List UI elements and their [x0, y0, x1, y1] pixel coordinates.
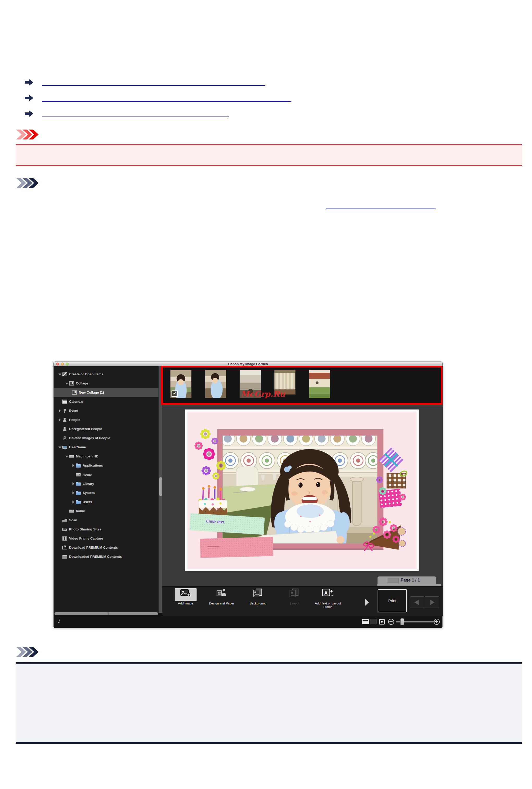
sidebar-item-calendar[interactable]: Calendar	[54, 397, 158, 406]
toolbar-label: Layout	[280, 602, 309, 605]
flower-decoration	[216, 461, 226, 470]
folder-icon	[76, 464, 81, 468]
sidebar-item-video-frame-capture[interactable]: Video Frame Capture	[54, 534, 158, 543]
chevron-right-icon[interactable]	[58, 418, 61, 422]
link-arrow-icon	[25, 95, 33, 101]
zoom-in-icon[interactable]	[434, 619, 440, 625]
note-inline-link[interactable]	[326, 209, 436, 209]
sidebar-item-home-2[interactable]: home	[54, 506, 158, 516]
info-icon[interactable]: i	[58, 618, 59, 624]
page-indicator-tab[interactable]: Page 1 / 1	[377, 576, 436, 584]
status-bar: i	[54, 616, 442, 628]
box-icon	[62, 555, 67, 559]
computer-icon	[62, 446, 67, 449]
sidebar-item-downloaded-premium[interactable]: Downloaded PREMIUM Contents	[54, 552, 158, 561]
layout-button[interactable]: Layout	[280, 588, 309, 605]
chevron-down-icon[interactable]	[58, 373, 61, 376]
layout-icon	[286, 588, 303, 601]
sidebar-horizontal-scrollbar[interactable]	[55, 612, 158, 615]
important-box	[16, 144, 522, 166]
download-icon	[62, 546, 67, 550]
design-paper-icon	[213, 588, 230, 601]
add-image-button[interactable]: Add Image	[171, 588, 200, 605]
collage-icon	[72, 390, 77, 394]
sidebar-item-users[interactable]: Users	[54, 497, 158, 506]
chevron-right-icon[interactable]	[72, 464, 75, 467]
flower-decoration	[399, 494, 406, 500]
text-strip[interactable]	[200, 537, 273, 558]
sidebar-item-people[interactable]: People	[54, 415, 158, 424]
folder-icon	[76, 501, 81, 504]
sidebar-item-photo-sharing[interactable]: Photo Sharing Sites	[54, 525, 158, 534]
edit-canvas: Enter text.	[163, 405, 443, 586]
cake-decoration	[197, 484, 228, 516]
chevron-down-icon[interactable]	[65, 382, 68, 385]
toolbar: Add Image Design and Paper Background La…	[163, 586, 443, 616]
chevron-right-icon[interactable]	[72, 500, 75, 504]
add-image-icon	[175, 588, 196, 601]
sidebar-item-library[interactable]: Library	[54, 479, 158, 488]
person-icon	[62, 427, 67, 431]
collage-background: Enter text.	[187, 411, 417, 569]
drive-icon	[69, 455, 74, 458]
calendar-icon	[62, 400, 67, 404]
sidebar-item-unregistered-people[interactable]: Unregistered People	[54, 424, 158, 434]
print-button[interactable]: Print	[378, 589, 407, 612]
page-indicator: Page 1 / 1	[401, 578, 420, 582]
window-title: Canon My Image Garden	[54, 362, 442, 366]
sidebar-item-new-collage[interactable]: New Collage (1)	[54, 388, 158, 397]
toolbar-label: Background	[244, 602, 272, 605]
sidebar-item-username[interactable]: UserName	[54, 443, 158, 452]
flower-decoration	[211, 438, 218, 444]
flower-decoration	[203, 448, 215, 460]
sidebar-item-home-1[interactable]: home	[54, 470, 158, 479]
background-icon	[250, 588, 266, 601]
design-and-paper-button[interactable]: Design and Paper	[207, 588, 236, 605]
toolbar-label: Add Text or Layout Frame	[314, 602, 342, 609]
sidebar-item-system[interactable]: System	[54, 488, 158, 497]
flower-decoration	[194, 442, 203, 450]
fit-view-icon[interactable]	[379, 619, 385, 624]
toolbar-label: Design and Paper	[207, 602, 236, 605]
sidebar-item-deleted-images[interactable]: Deleted Images of People	[54, 434, 158, 443]
note-icon	[16, 178, 41, 188]
chevron-down-icon[interactable]	[58, 446, 61, 449]
drive-icon	[69, 509, 74, 513]
sidebar-item-applications[interactable]: Applications	[54, 461, 158, 470]
scrollbar-handle[interactable]	[159, 477, 162, 496]
previous-button[interactable]	[410, 596, 424, 608]
flower-decoration	[379, 487, 386, 495]
chevron-right-icon[interactable]	[72, 491, 75, 495]
sidebar-item-download-premium[interactable]: Download PREMIUM Contents	[54, 543, 158, 552]
chevron-right-icon[interactable]	[58, 409, 61, 412]
chevron-right-icon[interactable]	[72, 482, 75, 485]
enter-text-label: Enter text.	[206, 519, 225, 524]
flower-decoration	[202, 466, 211, 476]
sidebar-item-create-or-open-items[interactable]: Create or Open Items	[54, 370, 158, 379]
zoom-out-icon[interactable]	[388, 619, 394, 625]
view-mode-alt-icon[interactable]	[370, 619, 377, 624]
chevron-down-icon[interactable]	[65, 455, 68, 458]
view-mode-icon[interactable]	[362, 619, 369, 624]
sidebar-item-event[interactable]: Event	[54, 406, 158, 415]
next-button[interactable]	[425, 596, 439, 608]
zoom-slider-handle[interactable]	[400, 618, 404, 625]
sidebar-item-collage[interactable]: Collage	[54, 379, 158, 388]
sidebar-item-macintosh-hd[interactable]: Macintosh HD	[54, 452, 158, 461]
related-link[interactable]	[42, 85, 265, 86]
scanner-icon	[62, 518, 67, 522]
flower-decoration	[200, 429, 211, 439]
folder-icon	[76, 492, 81, 495]
add-text-or-layout-frame-button[interactable]: A Add Text or Layout Frame	[314, 588, 342, 609]
toolbar-expand-arrow[interactable]	[365, 599, 369, 606]
flower-decoration	[376, 477, 383, 483]
background-button[interactable]: Background	[244, 588, 272, 605]
related-link[interactable]	[42, 101, 291, 102]
sidebar-item-scan[interactable]: Scan	[54, 516, 158, 525]
annotation-highlight-rectangle	[161, 366, 442, 405]
related-link[interactable]	[42, 116, 229, 117]
folder-icon	[76, 482, 81, 486]
svg-text:A: A	[324, 590, 328, 596]
collage-page[interactable]: Enter text.	[185, 409, 419, 571]
link-arrow-icon	[25, 79, 33, 86]
